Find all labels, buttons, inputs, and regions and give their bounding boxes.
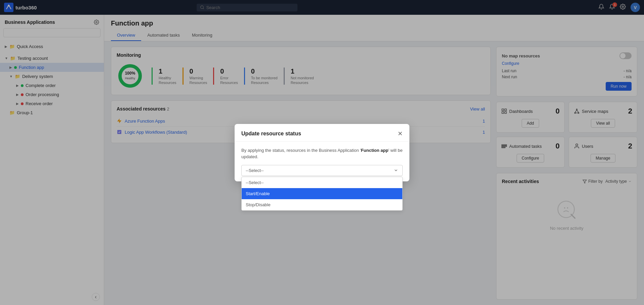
modal-header: Update resource status ✕	[235, 124, 409, 142]
status-dropdown-list: --Select-- Start/Enable Stop/Disable	[241, 177, 403, 211]
modal-app-name: Function app	[361, 148, 389, 153]
update-resource-status-modal: Update resource status ✕ By applying the…	[235, 124, 409, 181]
modal-description: By applying the status, resources in the…	[241, 147, 403, 160]
dropdown-selected-label: --Select--	[246, 168, 264, 173]
modal-body: By applying the status, resources in the…	[235, 142, 409, 181]
status-dropdown-trigger[interactable]: --Select--	[241, 165, 403, 176]
modal-title: Update resource status	[241, 131, 301, 137]
modal-overlay: Update resource status ✕ By applying the…	[0, 0, 644, 305]
modal-close-button[interactable]: ✕	[398, 130, 403, 137]
chevron-down-icon	[394, 168, 398, 173]
dropdown-option-stop[interactable]: Stop/Disable	[242, 199, 402, 210]
status-dropdown-wrapper: --Select-- --Select-- Start/Enable Stop/…	[241, 165, 403, 176]
dropdown-option-start[interactable]: Start/Enable	[242, 188, 402, 199]
dropdown-option-select[interactable]: --Select--	[242, 177, 402, 188]
